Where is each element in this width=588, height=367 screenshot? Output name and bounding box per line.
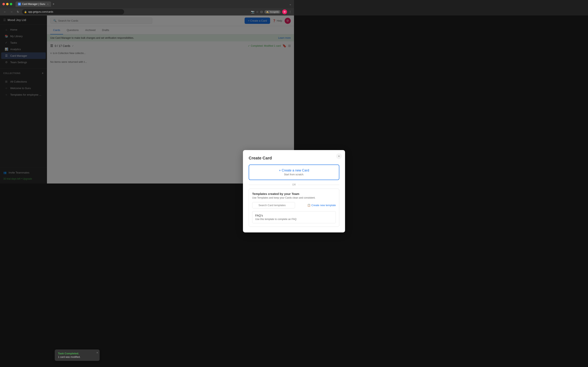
address-bar[interactable]: 🔒 app.getguru.com/cards: [22, 9, 124, 15]
user-avatar-nav[interactable]: O: [282, 9, 287, 14]
star-icon[interactable]: ☆: [256, 10, 259, 13]
nav-right: 📷 ☆ ⊡ 🕵 Incognito O ⋮: [251, 9, 292, 14]
create-new-card-sub: Start from scratch.: [253, 173, 294, 176]
new-tab-btn[interactable]: +: [52, 2, 55, 6]
close-window-btn[interactable]: [2, 3, 5, 5]
nav-bar: ← → ↻ 🔒 app.getguru.com/cards 📷 ☆ ⊡ 🕵 In…: [0, 8, 294, 16]
incognito-badge: 🕵 Incognito: [264, 10, 281, 14]
browser-chrome: G Card Manager | Guru × + ⌄: [0, 0, 294, 8]
maximize-window-btn[interactable]: [10, 3, 12, 5]
tab-bar: G Card Manager | Guru × +: [16, 1, 287, 7]
create-new-card-btn[interactable]: + Create a new Card Start from scratch.: [249, 165, 294, 180]
address-text: app.getguru.com/cards: [28, 10, 53, 13]
incognito-label: Incognito: [270, 11, 279, 13]
modal-title: Create Card: [249, 156, 294, 160]
tab-favicon: G: [18, 3, 21, 6]
browser-menu-btn[interactable]: ⌄: [289, 2, 292, 6]
create-new-card-label: + Create a new Card: [253, 169, 294, 172]
sidebar-icon[interactable]: ⊡: [260, 10, 263, 13]
more-options-btn[interactable]: ⋮: [289, 10, 292, 13]
minimize-window-btn[interactable]: [6, 3, 9, 5]
create-card-modal: Create Card × + Create a new Card Start …: [243, 150, 294, 184]
browser-tab-active[interactable]: G Card Manager | Guru ×: [16, 1, 51, 7]
modal-backdrop[interactable]: Create Card × + Create a new Card Start …: [0, 16, 294, 184]
tab-title: Card Manager | Guru: [22, 3, 45, 6]
back-btn[interactable]: ←: [2, 9, 7, 14]
or-text: OR: [292, 183, 294, 184]
camera-icon[interactable]: 📷: [251, 10, 254, 13]
forward-btn[interactable]: →: [9, 9, 14, 14]
lock-icon: 🔒: [24, 11, 27, 13]
incognito-icon: 🕵: [266, 11, 269, 13]
or-divider: OR: [249, 183, 294, 184]
refresh-btn[interactable]: ↻: [16, 9, 20, 14]
traffic-lights: [2, 3, 12, 5]
tab-close-btn[interactable]: ×: [47, 3, 48, 5]
